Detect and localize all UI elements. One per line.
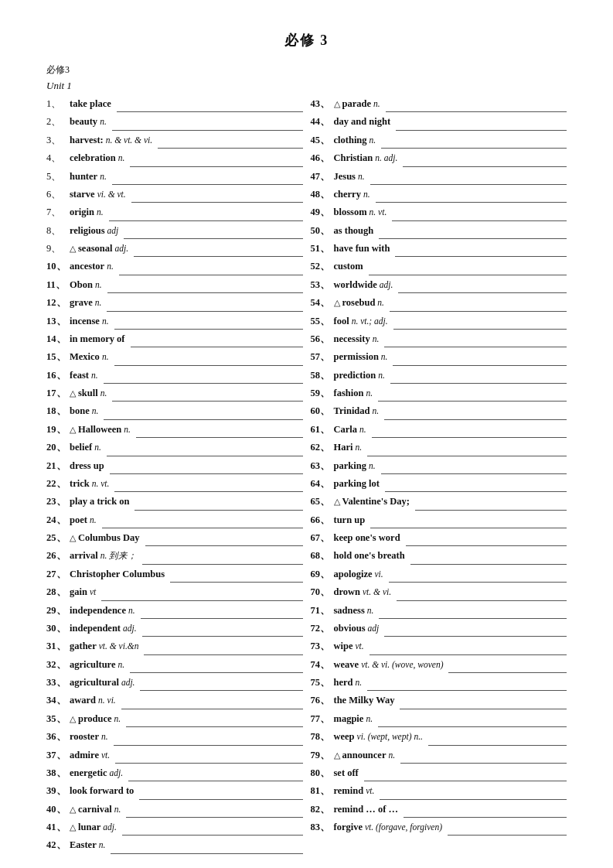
fill-blank[interactable]: [370, 513, 567, 528]
fill-blank[interactable]: [141, 603, 303, 619]
fill-blank[interactable]: [395, 241, 567, 257]
item-number: 25、: [46, 531, 70, 545]
fill-blank[interactable]: [102, 513, 303, 528]
fill-blank[interactable]: [376, 187, 567, 203]
fill-blank[interactable]: [121, 693, 303, 709]
fill-blank[interactable]: [112, 169, 303, 185]
fill-blank[interactable]: [124, 224, 302, 239]
fill-blank[interactable]: [131, 187, 303, 203]
fill-blank[interactable]: [135, 494, 302, 510]
fill-blank[interactable]: [119, 259, 303, 275]
fill-blank[interactable]: [428, 730, 567, 745]
fill-blank[interactable]: [364, 766, 567, 781]
fill-blank[interactable]: [101, 585, 302, 600]
fill-blank[interactable]: [386, 97, 567, 112]
item-word: the Milky Way: [334, 693, 395, 708]
fill-blank[interactable]: [398, 278, 567, 293]
fill-blank[interactable]: [389, 567, 567, 583]
fill-blank[interactable]: [130, 151, 302, 166]
fill-blank[interactable]: [370, 169, 567, 185]
fill-blank[interactable]: [128, 766, 302, 781]
fill-blank[interactable]: [369, 259, 567, 275]
fill-blank[interactable]: [400, 693, 567, 709]
fill-blank[interactable]: [384, 621, 567, 637]
fill-blank[interactable]: [136, 422, 303, 438]
fill-blank[interactable]: [390, 368, 567, 384]
fill-blank[interactable]: [370, 639, 567, 654]
fill-blank[interactable]: [367, 440, 567, 456]
item-number: 7、: [46, 205, 70, 220]
item-pos: n.: [358, 170, 365, 184]
fill-blank[interactable]: [372, 422, 567, 438]
fill-blank[interactable]: [378, 386, 567, 402]
list-item: 66、turn up: [311, 513, 567, 528]
fill-blank[interactable]: [142, 621, 303, 637]
fill-blank[interactable]: [403, 151, 567, 166]
fill-blank[interactable]: [114, 730, 303, 745]
fill-blank[interactable]: [109, 205, 303, 220]
fill-blank[interactable]: [448, 658, 567, 673]
fill-blank[interactable]: [145, 531, 303, 546]
fill-blank[interactable]: [393, 350, 567, 365]
item-number: 70、: [311, 585, 334, 600]
fill-blank[interactable]: [107, 278, 303, 293]
fill-blank[interactable]: [112, 114, 303, 130]
fill-blank[interactable]: [170, 567, 302, 583]
fill-blank[interactable]: [385, 477, 567, 492]
fill-blank[interactable]: [126, 712, 302, 727]
fill-blank[interactable]: [379, 603, 567, 619]
fill-blank[interactable]: [115, 748, 302, 764]
fill-blank[interactable]: [396, 114, 567, 130]
fill-blank[interactable]: [144, 639, 302, 654]
fill-blank[interactable]: [117, 97, 303, 112]
fill-blank[interactable]: [139, 784, 302, 799]
fill-blank[interactable]: [415, 494, 567, 510]
fill-blank[interactable]: [110, 459, 303, 474]
fill-blank[interactable]: [107, 296, 302, 311]
list-item: 60、Trinidad n.: [311, 404, 567, 419]
fill-blank[interactable]: [140, 675, 302, 691]
fill-blank[interactable]: [111, 838, 302, 853]
fill-blank[interactable]: [410, 548, 567, 564]
fill-blank[interactable]: [400, 748, 567, 764]
item-word: drown: [334, 585, 361, 600]
fill-blank[interactable]: [392, 205, 567, 220]
fill-blank[interactable]: [380, 784, 567, 799]
fill-blank[interactable]: [393, 314, 567, 330]
fill-blank[interactable]: [390, 296, 567, 311]
item-number: 31、: [46, 639, 70, 654]
fill-blank[interactable]: [142, 548, 302, 564]
fill-blank[interactable]: [158, 133, 302, 149]
item-number: 75、: [311, 675, 334, 690]
fill-blank[interactable]: [384, 404, 567, 419]
fill-blank[interactable]: [104, 404, 302, 419]
item-content: △carnival n.: [70, 802, 303, 818]
fill-blank[interactable]: [104, 368, 303, 384]
fill-blank[interactable]: [378, 712, 567, 727]
fill-blank[interactable]: [122, 820, 303, 836]
fill-blank[interactable]: [379, 224, 567, 239]
fill-blank[interactable]: [112, 386, 302, 402]
item-extra: n..: [414, 730, 423, 744]
fill-blank[interactable]: [114, 477, 302, 492]
item-word: wipe: [334, 639, 353, 654]
fill-blank[interactable]: [134, 241, 302, 257]
fill-blank[interactable]: [381, 459, 567, 474]
fill-blank[interactable]: [404, 802, 567, 818]
item-word: magpie: [334, 712, 364, 726]
fill-blank[interactable]: [448, 820, 567, 836]
fill-blank[interactable]: [114, 350, 303, 365]
item-content: take place: [70, 97, 303, 112]
fill-blank[interactable]: [406, 531, 567, 546]
fill-blank[interactable]: [114, 314, 303, 330]
fill-blank[interactable]: [126, 802, 302, 818]
fill-blank[interactable]: [367, 675, 567, 691]
item-word: skull: [78, 386, 98, 401]
fill-blank[interactable]: [130, 658, 302, 673]
fill-blank[interactable]: [384, 332, 567, 347]
fill-blank[interactable]: [397, 585, 567, 600]
fill-blank[interactable]: [107, 440, 303, 456]
fill-blank[interactable]: [381, 133, 567, 149]
item-number: 46、: [311, 151, 334, 166]
fill-blank[interactable]: [131, 332, 303, 347]
